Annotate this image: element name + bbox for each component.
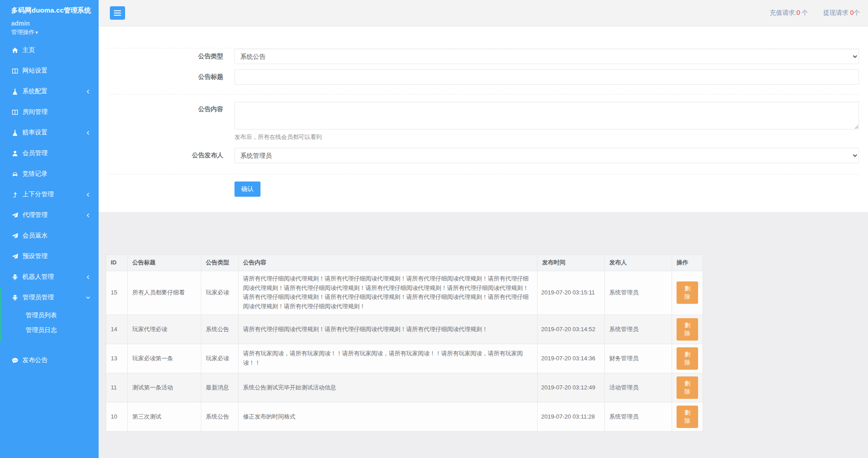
sidebar-item[interactable]: 发布公告: [0, 350, 99, 371]
chevron-left-icon: [86, 130, 91, 135]
type-cell: 玩家必读: [201, 271, 239, 315]
sidebar-item[interactable]: 赔率设置: [0, 122, 99, 143]
sidebar-item[interactable]: 会员管理: [0, 143, 99, 164]
table-row: 14玩家代理必读系统公告请所有代理仔细阅读代理规则！请所有代理仔细阅读代理规则！…: [106, 315, 703, 344]
sidebar-item-label: 预设管理: [22, 252, 91, 260]
actions-cell: 删除: [672, 373, 703, 402]
sidebar-item[interactable]: 代理管理: [0, 205, 99, 225]
sidebar-item[interactable]: 竞猜记录: [0, 164, 99, 184]
id-cell: 10: [106, 402, 128, 431]
actions-cell: 删除: [672, 344, 703, 373]
nav-group: 会员返水: [0, 225, 99, 246]
divider-dashed: [108, 94, 859, 95]
announcement-type-label: 公告类型: [108, 49, 223, 60]
column-header: ID: [106, 255, 128, 271]
confirm-button[interactable]: 确认: [234, 181, 260, 197]
delete-button[interactable]: 删除: [677, 347, 698, 370]
publish-time-cell: 2019-07-20 03:15:11: [538, 271, 605, 315]
chevron-down-icon: [86, 295, 91, 300]
delete-button[interactable]: 删除: [677, 281, 698, 304]
sidebar-item-label: 管理员管理: [22, 294, 86, 302]
table-row: 11测试第一条活动最新消息系统公告测试完毕开始测试活动信息2019-07-20 …: [106, 373, 703, 402]
level-up-icon: [12, 191, 18, 198]
paper-plane-icon: [12, 233, 18, 239]
withdraw-requests-link[interactable]: 提现请求 0个: [823, 9, 860, 17]
sidebar-subitem[interactable]: 管理员日志: [0, 323, 99, 337]
announcement-type-select[interactable]: 系统公告: [234, 49, 859, 64]
sidebar-item-label: 会员管理: [22, 149, 91, 157]
user-menu-label: 管理操作: [11, 29, 35, 35]
publisher-cell: 系统管理员: [605, 271, 672, 315]
type-cell: 系统公告: [201, 315, 239, 344]
sidebar-item[interactable]: 管理员管理: [0, 287, 99, 308]
deposit-requests-link[interactable]: 充值请求:0 个: [770, 9, 808, 17]
nav-group: 发布公告: [0, 350, 99, 371]
announcement-publisher-label: 公告发布人: [108, 148, 223, 160]
type-cell: 系统公告: [201, 402, 239, 431]
delete-button[interactable]: 删除: [677, 406, 698, 428]
delete-button[interactable]: 删除: [677, 376, 698, 399]
sidebar-item-label: 房间管理: [22, 108, 91, 116]
actions-cell: 删除: [672, 402, 703, 431]
sidebar-item[interactable]: 系统配置: [0, 81, 99, 102]
deposit-suffix: 个: [800, 9, 808, 16]
brand-block: 多码网duoma.cc管理系统 admin 管理操作▾: [0, 0, 99, 36]
column-header: 公告内容: [239, 255, 538, 271]
sidebar-item-label: 竞猜记录: [22, 170, 91, 178]
comment-icon: [12, 357, 18, 364]
sidebar-item[interactable]: 网站设置: [0, 60, 99, 81]
actions-cell: 删除: [672, 315, 703, 344]
title-cell: 玩家代理必读: [128, 315, 201, 344]
deposit-label: 充值请求:: [770, 9, 797, 16]
nav-group: 网站设置: [0, 60, 99, 81]
title-cell: 所有人员都要仔细看: [128, 271, 201, 315]
user-menu-dropdown[interactable]: 管理操作▾: [11, 28, 91, 36]
sidebar-item[interactable]: 机器人管理: [0, 267, 99, 287]
publisher-cell: 系统管理员: [605, 315, 672, 344]
sidebar-subitem[interactable]: 管理员列表: [0, 308, 99, 323]
nav-group: 赔率设置: [0, 122, 99, 143]
sidebar-item-label: 会员返水: [22, 232, 91, 240]
sidebar-item[interactable]: 上下分管理: [0, 184, 99, 205]
sidebar-item-label: 系统配置: [22, 87, 86, 95]
sidebar-toggle-button[interactable]: [110, 6, 125, 20]
nav-group: 预设管理: [0, 246, 99, 267]
announcement-publisher-select[interactable]: 系统管理员: [234, 148, 859, 163]
sidebar-nav: 主页网站设置系统配置房间管理赔率设置会员管理竞猜记录上下分管理代理管理会员返水预…: [0, 40, 99, 371]
column-header: 公告类型: [201, 255, 239, 271]
column-header: 公告标题: [128, 255, 201, 271]
sidebar-item[interactable]: 房间管理: [0, 102, 99, 122]
id-cell: 13: [106, 344, 128, 373]
nav-group: 管理员管理管理员列表管理员日志: [0, 287, 99, 342]
sidebar-item[interactable]: 主页: [0, 40, 99, 60]
table-row: 13玩家必读第一条玩家必读请所有玩家阅读，请所有玩家阅读！！请所有玩家阅读，请所…: [106, 344, 703, 373]
publisher-cell: 财务管理员: [605, 344, 672, 373]
chevron-left-icon: [86, 89, 91, 94]
home-icon: [12, 47, 18, 54]
hamburger-icon: [114, 10, 121, 11]
chevron-left-icon: [86, 192, 91, 197]
publish-time-cell: 2019-07-20 03:12:49: [538, 373, 605, 402]
announcement-table: ID公告标题公告类型公告内容发布时间发布人操作 15所有人员都要仔细看玩家必读请…: [106, 255, 703, 432]
nav-group: 房间管理: [0, 102, 99, 122]
brand-title: 多码网duoma.cc管理系统: [11, 6, 91, 15]
announcement-content-textarea[interactable]: [234, 102, 859, 130]
publisher-cell: 系统管理员: [605, 402, 672, 431]
sidebar-item-label: 主页: [22, 46, 91, 54]
content-cell: 请所有玩家阅读，请所有玩家阅读！！请所有玩家阅读，请所有玩家阅读！！请所有玩家阅…: [239, 344, 538, 373]
main-column: 充值请求:0 个 提现请求 0个 公告类型 系统公告 公告标题: [99, 0, 868, 458]
announcement-form-panel: 公告类型 系统公告 公告标题 公告内容: [99, 26, 868, 212]
delete-button[interactable]: 删除: [677, 318, 698, 341]
nav-group: 代理管理: [0, 205, 99, 225]
announcement-table-section: ID公告标题公告类型公告内容发布时间发布人操作 15所有人员都要仔细看玩家必读请…: [99, 212, 868, 458]
nav-group: 系统配置: [0, 81, 99, 102]
id-cell: 14: [106, 315, 128, 344]
sidebar-item[interactable]: 预设管理: [0, 246, 99, 267]
sidebar-item[interactable]: 会员返水: [0, 225, 99, 246]
announcement-title-input[interactable]: [234, 69, 859, 85]
sidebar-item-label: 机器人管理: [22, 273, 86, 281]
id-cell: 15: [106, 271, 128, 315]
chevron-left-icon: [86, 275, 91, 280]
content-cell: 请所有代理仔细阅读代理规则！请所有代理仔细阅读代理规则！请所有代理仔细阅读代理规…: [239, 315, 538, 344]
nav-group: 主页: [0, 40, 99, 60]
